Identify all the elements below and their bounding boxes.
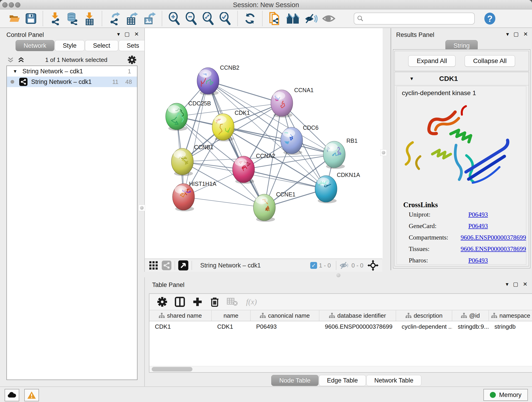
show-columns-button[interactable] bbox=[175, 297, 185, 307]
collapse-all-button[interactable]: Collapse All bbox=[465, 55, 515, 67]
column-header-description[interactable]: description bbox=[396, 310, 452, 321]
tab-edge-table[interactable]: Edge Table bbox=[319, 375, 366, 386]
protein-expander-icon[interactable]: ▼ bbox=[409, 76, 414, 81]
crosslink-value-link[interactable]: 9606.ENSP00000378699 bbox=[461, 234, 526, 241]
export-table-button[interactable] bbox=[126, 11, 138, 26]
zoom-fit-button[interactable] bbox=[202, 11, 215, 26]
cloud-button[interactable] bbox=[5, 389, 19, 401]
delete-table-button[interactable] bbox=[227, 297, 238, 306]
edge-CCNB2-HIST1H1A[interactable] bbox=[184, 81, 208, 197]
tab-style[interactable]: Style bbox=[55, 40, 85, 51]
edge-CCNB2-CCNE1[interactable] bbox=[208, 81, 264, 207]
clone-network-button[interactable] bbox=[268, 11, 281, 26]
zoom-in-button[interactable] bbox=[168, 11, 181, 26]
expand-all-icon[interactable] bbox=[17, 56, 25, 63]
results-panel-collapse-button[interactable]: ▾ bbox=[506, 32, 509, 37]
node-CCNB2[interactable]: CCNB2 bbox=[197, 64, 239, 95]
expand-all-button[interactable]: Expand All bbox=[408, 55, 456, 67]
open-session-button[interactable] bbox=[9, 11, 21, 26]
protein-section-header[interactable]: ▼ CDK1 bbox=[395, 72, 529, 85]
node-HIST1H1A[interactable]: HIST1H1A bbox=[172, 181, 216, 211]
help-button[interactable]: ? bbox=[484, 11, 496, 26]
column-header-name[interactable]: name bbox=[212, 310, 251, 321]
column-header-canonical-name[interactable]: canonical name bbox=[251, 310, 319, 321]
table-cell[interactable]: stringdb bbox=[489, 323, 532, 330]
export-image-button[interactable] bbox=[143, 11, 156, 26]
zoom-out-button[interactable] bbox=[185, 11, 197, 26]
import-table-button[interactable] bbox=[83, 11, 96, 26]
table-cell[interactable]: CDK1 bbox=[149, 323, 212, 330]
column-header-database-identifier[interactable]: database identifier bbox=[319, 310, 396, 321]
network-options-gear-icon[interactable] bbox=[127, 55, 137, 64]
search-input[interactable] bbox=[364, 15, 463, 22]
table-horizontal-scrollbar[interactable] bbox=[149, 366, 532, 372]
table-cell[interactable]: CDK1 bbox=[212, 323, 251, 330]
control-panel-close-button[interactable]: ✕ bbox=[134, 32, 139, 37]
import-network-database-button[interactable] bbox=[66, 11, 79, 26]
horizontal-splitter-handle[interactable] bbox=[336, 273, 341, 277]
tab-network[interactable]: Network bbox=[16, 40, 54, 51]
control-panel-float-button[interactable]: ▢ bbox=[124, 32, 130, 37]
column-header--id[interactable]: @id bbox=[452, 310, 489, 321]
collapse-all-icon[interactable] bbox=[7, 56, 15, 63]
network-collection-row[interactable]: ▼ String Network – cdk1 1 bbox=[7, 66, 137, 77]
table-options-button[interactable] bbox=[157, 297, 167, 307]
crosslink-value-link[interactable]: P06493 bbox=[468, 222, 488, 230]
string-protein-query-button[interactable] bbox=[286, 11, 300, 26]
zoom-selected-button[interactable] bbox=[219, 11, 231, 26]
table-panel-collapse-button[interactable]: ▾ bbox=[506, 281, 508, 287]
warnings-button[interactable] bbox=[24, 389, 39, 401]
export-network-button[interactable] bbox=[108, 11, 121, 26]
table-cell[interactable]: 9606.ENSP00000378699 bbox=[319, 323, 396, 330]
toggle-enhanced-labels-button[interactable] bbox=[304, 11, 317, 26]
results-panel-close-button[interactable]: ✕ bbox=[523, 32, 528, 37]
network-row[interactable]: String Network – cdk1 11 48 bbox=[7, 77, 137, 87]
table-row[interactable]: CDK1CDK1P064939606.ENSP00000378699cyclin… bbox=[149, 321, 532, 332]
tab-sets[interactable]: Sets bbox=[119, 40, 147, 51]
table-panel-close-button[interactable]: ✕ bbox=[523, 281, 527, 287]
results-panel-float-button[interactable]: ▢ bbox=[513, 32, 519, 37]
fit-selected-crosshair-icon[interactable] bbox=[367, 260, 379, 271]
crosslink-value-link[interactable]: P06493 bbox=[468, 211, 488, 218]
column-header-namespace[interactable]: namespace bbox=[489, 310, 532, 321]
table-cell[interactable]: cyclin-dependent ... bbox=[396, 323, 452, 330]
table-cell[interactable]: P06493 bbox=[251, 323, 319, 330]
selected-nodes-checkbox-icon[interactable]: ✓ bbox=[310, 262, 317, 269]
apply-layout-button[interactable] bbox=[244, 11, 256, 26]
node-CCNE1[interactable]: CCNE1 bbox=[253, 191, 296, 222]
selected-counts: 1 - 0 bbox=[319, 262, 331, 269]
left-splitter-handle[interactable] bbox=[139, 205, 145, 211]
network-share-gray-icon[interactable] bbox=[162, 261, 171, 270]
node-CDC6[interactable]: CDC6 bbox=[281, 124, 318, 155]
column-header-shared-name[interactable]: shared name bbox=[149, 310, 212, 321]
tab-node-table[interactable]: Node Table bbox=[271, 375, 318, 386]
hidden-eye-icon[interactable] bbox=[340, 261, 350, 269]
right-splitter-handle[interactable] bbox=[380, 149, 387, 156]
tree-expander-icon[interactable]: ▼ bbox=[13, 69, 17, 74]
create-column-button[interactable] bbox=[192, 297, 203, 307]
edge-CCNB2-CCNA1[interactable] bbox=[208, 81, 282, 103]
navigator-toggle-icon[interactable] bbox=[178, 260, 188, 270]
edge-CCNA2-CDKN1A[interactable] bbox=[244, 169, 326, 189]
grid-mode-icon[interactable] bbox=[149, 261, 158, 270]
delete-column-button[interactable] bbox=[210, 297, 220, 307]
save-session-button[interactable] bbox=[25, 11, 37, 26]
control-panel-collapse-button[interactable]: ▾ bbox=[117, 32, 120, 37]
import-network-file-button[interactable] bbox=[49, 11, 61, 26]
node-CDC25B[interactable]: CDC25B bbox=[166, 100, 211, 131]
tab-network-table[interactable]: Network Table bbox=[366, 375, 422, 386]
node-CDKN1A[interactable]: CDKN1A bbox=[315, 172, 360, 203]
table-cell[interactable]: stringdb:9... bbox=[452, 323, 489, 330]
node-CCNB1[interactable]: CCNB1 bbox=[171, 144, 214, 176]
memory-button[interactable]: Memory bbox=[483, 389, 528, 401]
scrollbar-thumb[interactable] bbox=[152, 367, 192, 371]
crosslink-value-link[interactable]: P06493 bbox=[468, 257, 488, 264]
show-graphics-details-button[interactable] bbox=[322, 11, 336, 26]
edge-HIST1H1A-CCNE1[interactable] bbox=[184, 197, 264, 207]
function-builder-button[interactable]: f(x) bbox=[246, 298, 257, 306]
table-panel-float-button[interactable]: ▢ bbox=[513, 281, 518, 287]
crosslink-value-link[interactable]: 9606.ENSP00000378699 bbox=[461, 245, 526, 253]
network-view-canvas[interactable]: CCNB2CCNA1CDC25BCDK1CDC6RB1CCNB1CCNA2CDK… bbox=[144, 28, 383, 259]
tab-select[interactable]: Select bbox=[85, 40, 118, 51]
node-RB1[interactable]: RB1 bbox=[323, 138, 358, 169]
